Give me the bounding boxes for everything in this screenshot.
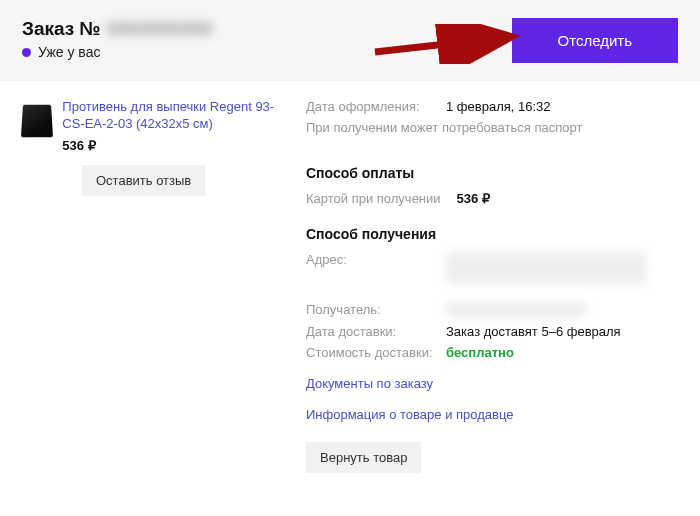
order-title: Заказ № 0000000000 [22,18,212,40]
order-content: Противень для выпечки Regent 93-CS-EA-2-… [0,81,700,491]
payment-row: Картой при получении 536 ₽ [306,191,678,206]
recipient-value-redacted [446,302,586,318]
address-label: Адрес: [306,252,436,284]
track-button[interactable]: Отследить [512,18,678,63]
leave-review-button[interactable]: Оставить отзыв [82,165,205,196]
passport-note: При получении может потребоваться паспор… [306,120,678,135]
product-seller-info-link[interactable]: Информация о товаре и продавце [306,407,678,422]
product-name-link[interactable]: Противень для выпечки Regent 93-CS-EA-2-… [62,99,282,133]
address-row: Адрес: [306,252,678,284]
product-image [21,105,53,137]
delivery-section-title: Способ получения [306,226,678,242]
payment-value: 536 ₽ [457,191,490,206]
product-price: 536 ₽ [62,138,282,153]
payment-label: Картой при получении [306,191,441,206]
product-row: Противень для выпечки Regent 93-CS-EA-2-… [22,99,282,153]
delivery-cost-label: Стоимость доставки: [306,345,436,360]
order-date-row: Дата оформления: 1 февраля, 16:32 [306,99,678,114]
delivery-date-value: Заказ доставят 5–6 февраля [446,324,621,339]
order-number: 0000000000 [107,18,213,40]
recipient-row: Получатель: [306,302,678,318]
status-text: Уже у вас [38,44,100,60]
status-dot-icon [22,48,31,57]
delivery-cost-value: бесплатно [446,345,514,360]
recipient-label: Получатель: [306,302,436,318]
delivery-date-label: Дата доставки: [306,324,436,339]
order-header: Заказ № 0000000000 Уже у вас Отследить [0,0,700,81]
product-column: Противень для выпечки Regent 93-CS-EA-2-… [22,99,282,473]
payment-section-title: Способ оплаты [306,165,678,181]
header-left: Заказ № 0000000000 Уже у вас [22,18,212,60]
address-value-redacted [446,252,646,284]
documents-link[interactable]: Документы по заказу [306,376,678,391]
order-date-value: 1 февраля, 16:32 [446,99,551,114]
order-date-label: Дата оформления: [306,99,436,114]
details-column: Дата оформления: 1 февраля, 16:32 При по… [306,99,678,473]
order-title-prefix: Заказ № [22,18,101,40]
delivery-date-row: Дата доставки: Заказ доставят 5–6 феврал… [306,324,678,339]
order-status: Уже у вас [22,44,212,60]
product-info: Противень для выпечки Regent 93-CS-EA-2-… [62,99,282,153]
return-item-button[interactable]: Вернуть товар [306,442,421,473]
delivery-cost-row: Стоимость доставки: бесплатно [306,345,678,360]
